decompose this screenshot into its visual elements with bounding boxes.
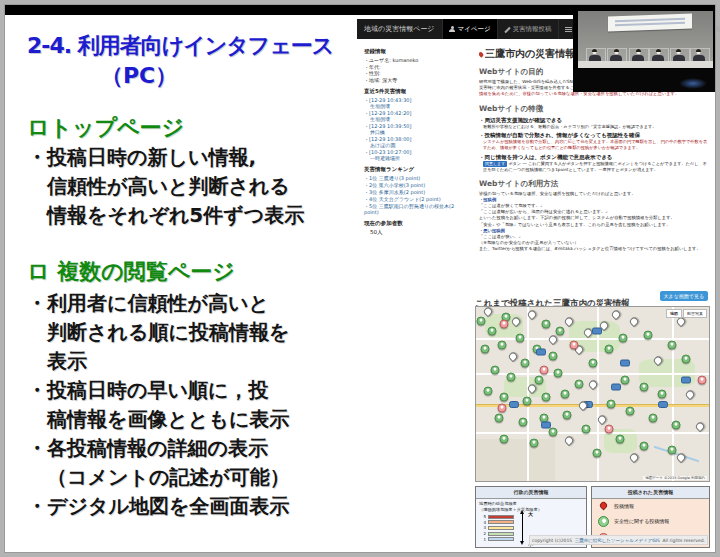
map-marker-safe[interactable] [574, 379, 583, 388]
map-urban-area [476, 439, 555, 481]
recent-post-link[interactable]: ・[10-23 10:27:00]一時避難場所 [364, 149, 470, 161]
slide-title-line2: （PC） [101, 61, 177, 91]
ranking-item[interactable]: ・2位 第六小学校(3 point) [364, 182, 470, 188]
map-marker-safe[interactable] [483, 386, 492, 395]
map-marker-safe[interactable] [548, 351, 557, 360]
map-marker-safe[interactable] [604, 344, 613, 353]
map-marker-safe[interactable] [649, 414, 658, 423]
map-marker-pin[interactable] [675, 316, 686, 327]
feature-desc: 同意しますボタン ― これに賛同する人がボタンを押すと投稿情報にポイントをつける… [479, 161, 710, 173]
map-marker-safe[interactable] [618, 334, 627, 343]
map-marker-pin[interactable] [629, 452, 640, 463]
map-marker-pin[interactable] [610, 309, 621, 320]
map-marker-safe[interactable] [588, 358, 597, 367]
map-marker-safe[interactable] [499, 393, 508, 402]
map-marker-safe[interactable] [667, 445, 676, 454]
map-marker-safe[interactable] [667, 341, 676, 350]
video-conference-thumbnail[interactable] [573, 5, 715, 92]
map-marker-safe[interactable] [548, 428, 557, 437]
map-marker-safe[interactable] [658, 390, 667, 399]
copyright-link[interactable]: 三鷹市に特化したソーシャルメディアGIS [575, 538, 660, 543]
map-road [476, 338, 709, 340]
map-marker-safe[interactable] [523, 396, 532, 405]
map-marker-safe[interactable] [639, 442, 648, 451]
map-marker-safe[interactable] [530, 438, 539, 447]
map-marker-pin[interactable] [685, 389, 696, 400]
copyright-suffix: All rights reserved. [661, 538, 705, 543]
map-marker-danger[interactable] [604, 424, 613, 433]
map-marker-blue[interactable] [541, 422, 551, 429]
map-marker-danger[interactable] [569, 341, 578, 350]
map-marker-safe[interactable] [534, 376, 543, 385]
person-head [636, 49, 641, 54]
map-marker-danger[interactable] [499, 320, 508, 329]
map-marker-safe[interactable] [497, 341, 506, 350]
person-head [656, 49, 661, 54]
fullscreen-map-button[interactable]: 大きな画面で見る [660, 291, 708, 301]
nav-item-user[interactable]: マイページ [442, 19, 497, 39]
map-marker-safe[interactable] [541, 393, 550, 402]
map-marker-safe[interactable] [562, 410, 571, 419]
nav-item-pencil[interactable]: 災害情報投稿 [497, 19, 558, 39]
map-marker-safe[interactable] [481, 344, 490, 353]
map-marker-safe[interactable] [476, 316, 485, 325]
ranking-item[interactable]: ・1位 三鷹通り(3 point) [364, 175, 470, 181]
route-shield [509, 401, 519, 408]
map-marker-blue[interactable] [620, 359, 630, 366]
map-road [476, 432, 709, 434]
map-marker-safe[interactable] [488, 327, 497, 336]
ranking-item[interactable]: ・4位 天文台グラウンド(2 point) [364, 196, 470, 202]
ranking-item[interactable]: ・3位 多摩川水系(2 point) [364, 189, 470, 195]
map-marker-pin[interactable] [508, 351, 519, 362]
map-marker-danger[interactable] [539, 365, 548, 374]
map-marker-safe[interactable] [553, 369, 562, 378]
map-marker-blue[interactable] [611, 384, 621, 391]
map-marker-safe[interactable] [555, 327, 564, 336]
map-marker-safe[interactable] [644, 330, 653, 339]
map-marker-pin[interactable] [547, 334, 558, 345]
map[interactable]: 地図 航空写真 地図データ ©2015 Google 利用規約 [475, 306, 710, 482]
map-marker-pin[interactable] [694, 421, 705, 432]
map-marker-safe[interactable] [506, 372, 515, 381]
purpose-line: 情報を集めるために、皆様の知っている危険な場所・安全な場所を投稿していただければ… [479, 91, 710, 97]
recent-post-link[interactable]: ・[12-29 10:38:00]あけぼの園 [364, 136, 470, 148]
map-type-map-button[interactable]: 地図 [666, 309, 682, 318]
legend-item-label: 投稿情報 [614, 503, 634, 509]
map-marker-safe[interactable] [518, 417, 527, 426]
map-marker-danger[interactable] [698, 376, 707, 385]
section-body-top-page: ・投稿日時の新しい情報, 信頼性が高いと判断される 情報をそれぞれ5件ずつ表示 [27, 143, 304, 230]
recent-post-link[interactable]: ・[12-29 10:43:30]生垣倒壊 [364, 97, 470, 109]
map-marker-safe[interactable] [672, 421, 681, 430]
map-marker-safe[interactable] [639, 383, 648, 392]
risk-high-label: 大 [528, 511, 533, 517]
map-marker-safe[interactable] [560, 390, 569, 399]
person-head [614, 49, 619, 54]
map-marker-safe[interactable] [593, 449, 602, 458]
map-marker-safe[interactable] [490, 365, 499, 374]
map-marker-safe[interactable] [581, 424, 590, 433]
map-marker-safe[interactable] [541, 320, 550, 329]
map-marker-safe[interactable] [616, 435, 625, 444]
legend-posted-title: 投稿された災害情報 [592, 487, 709, 499]
map-marker-danger[interactable] [497, 403, 506, 412]
map-marker-safe[interactable] [516, 334, 525, 343]
map-marker-safe[interactable] [499, 435, 508, 444]
map-type-satellite-button[interactable]: 航空写真 [683, 309, 707, 318]
map-marker-safe[interactable] [520, 358, 529, 367]
map-marker-safe[interactable] [621, 376, 630, 385]
map-road [672, 307, 674, 481]
ranking-item[interactable]: ・5位 三鷹駅南口の野鳥通りの桜並木(2 point) [364, 203, 470, 215]
map-marker-blue[interactable] [681, 377, 691, 384]
map-marker-pin[interactable] [564, 435, 575, 446]
risk-scale-number: 1 [479, 537, 486, 542]
map-marker-safe[interactable] [625, 407, 634, 416]
map-marker-blue[interactable] [536, 349, 546, 356]
recent-post-link[interactable]: ・[12-29 10:42:20]生垣倒壊 [364, 110, 470, 122]
map-marker-blue[interactable] [592, 328, 602, 335]
nav-brand[interactable]: 地域の災害情報ページ [357, 19, 442, 39]
map-marker-pin[interactable] [629, 316, 640, 327]
map-marker-safe[interactable] [681, 355, 690, 364]
map-marker-safe[interactable] [607, 400, 616, 409]
map-marker-safe[interactable] [495, 414, 504, 423]
recent-post-link[interactable]: ・[12-29 10:39:50]井口橋 [364, 123, 470, 135]
